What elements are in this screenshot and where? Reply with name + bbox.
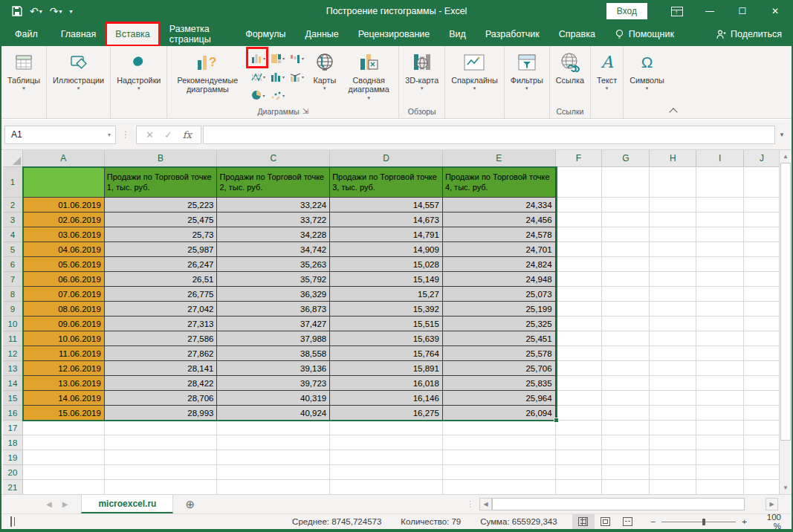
cell-empty[interactable]	[744, 302, 780, 317]
cell-empty[interactable]	[650, 450, 696, 465]
cell-empty[interactable]	[602, 361, 650, 376]
cell-empty[interactable]	[744, 331, 780, 346]
cell-empty[interactable]	[556, 450, 603, 465]
cell-series-header[interactable]: Продажи по Торговой точке 2, тыс. руб.	[217, 167, 330, 198]
cell-empty[interactable]	[744, 272, 780, 287]
cell-empty[interactable]	[696, 406, 744, 421]
cell-empty[interactable]	[650, 331, 696, 346]
column-header-H[interactable]: H	[650, 150, 696, 167]
cell-empty[interactable]	[105, 435, 218, 450]
cell-empty[interactable]	[602, 287, 650, 302]
cell-value[interactable]: 38,558	[217, 346, 330, 361]
tab-developer[interactable]: Разработчик	[476, 22, 549, 46]
cell-empty[interactable]	[602, 242, 650, 257]
cell-value[interactable]: 15,028	[330, 257, 443, 272]
next-sheet-icon[interactable]: ▶	[62, 500, 68, 508]
row-header-21[interactable]: 21	[3, 480, 23, 495]
cell-empty[interactable]	[696, 480, 744, 495]
cell-empty[interactable]	[23, 435, 105, 450]
sparklines-button[interactable]: Спарклайны ▾	[447, 48, 502, 106]
cell-empty[interactable]	[650, 287, 696, 302]
cell-empty[interactable]	[556, 317, 603, 331]
cell-value[interactable]: 25,578	[443, 346, 556, 361]
cell-series-header[interactable]: Продажи по Торговой точке 4, тыс. руб.	[443, 167, 556, 198]
cell-value[interactable]: 25,325	[443, 317, 556, 331]
cell-value[interactable]: 24,456	[443, 213, 556, 227]
cell-empty[interactable]	[602, 272, 650, 287]
row-header-1[interactable]: 1	[3, 167, 23, 198]
cell-value[interactable]: 16,146	[330, 391, 443, 406]
cell-value[interactable]: 15,891	[330, 361, 443, 376]
cell-empty[interactable]	[330, 480, 443, 495]
cell-value[interactable]: 28,706	[105, 391, 218, 406]
cell-series-header[interactable]: Продажи по Торговой точке 3, тыс. руб.	[330, 167, 443, 198]
cell-empty[interactable]	[696, 317, 744, 331]
cell-empty[interactable]	[556, 213, 603, 227]
cell-value[interactable]: 34,228	[217, 227, 330, 242]
cell-empty[interactable]	[217, 421, 330, 435]
cell-empty[interactable]	[330, 421, 443, 435]
column-header-J[interactable]: J	[744, 150, 780, 167]
cell-empty[interactable]	[105, 465, 218, 480]
cell-date[interactable]: 02.06.2019	[23, 213, 105, 227]
insert-combo-chart-button[interactable]: ▾	[287, 68, 306, 86]
sign-in-button[interactable]: Вход	[606, 3, 647, 19]
cell-empty[interactable]	[650, 406, 696, 421]
cell-value[interactable]: 33,722	[217, 213, 330, 227]
link-button[interactable]: Ссылка	[551, 48, 589, 106]
cell-value[interactable]: 40,319	[217, 391, 330, 406]
cell-empty[interactable]	[744, 480, 780, 495]
cell-empty[interactable]	[556, 272, 603, 287]
cell-value[interactable]: 39,723	[217, 376, 330, 391]
page-break-view-button[interactable]	[617, 514, 639, 530]
cell-empty[interactable]	[602, 227, 650, 242]
cell-value[interactable]: 24,578	[443, 227, 556, 242]
cell-empty[interactable]	[443, 450, 556, 465]
cell-empty[interactable]	[23, 465, 105, 480]
horizontal-scrollbar-thumb[interactable]	[492, 498, 745, 510]
cell-value[interactable]: 25,475	[105, 213, 218, 227]
cell-date[interactable]: 10.06.2019	[23, 331, 105, 346]
cell-empty[interactable]	[602, 480, 650, 495]
cell-empty[interactable]	[556, 227, 603, 242]
cell-empty[interactable]	[602, 421, 650, 435]
cell-empty[interactable]	[556, 242, 603, 257]
cell-empty[interactable]	[650, 302, 696, 317]
cell-value[interactable]: 24,824	[443, 257, 556, 272]
confirm-entry-icon[interactable]: ✓	[164, 129, 172, 140]
column-header-D[interactable]: D	[330, 150, 443, 167]
cell-empty[interactable]	[744, 421, 780, 435]
cell-empty[interactable]	[650, 198, 696, 213]
column-header-G[interactable]: G	[602, 150, 650, 167]
cell-value[interactable]: 28,141	[105, 361, 218, 376]
name-box[interactable]: A1 ▾	[4, 126, 116, 144]
cell-empty[interactable]	[602, 167, 650, 198]
cell-value[interactable]: 16,018	[330, 376, 443, 391]
cell-value[interactable]: 24,334	[443, 198, 556, 213]
tab-review[interactable]: Рецензирование	[349, 22, 440, 46]
cell-value[interactable]: 25,987	[105, 242, 218, 257]
cell-value[interactable]: 27,313	[105, 317, 218, 331]
pivot-chart-button[interactable]: Сводная диаграмма ▾	[340, 48, 397, 106]
insert-pie-chart-button[interactable]: ▾	[248, 86, 268, 105]
cell-empty[interactable]	[650, 167, 696, 198]
cell-empty[interactable]	[696, 421, 744, 435]
cell-empty[interactable]	[696, 213, 744, 227]
cell-empty[interactable]	[744, 213, 780, 227]
cell-empty[interactable]	[744, 242, 780, 257]
cell-value[interactable]: 36,873	[217, 302, 330, 317]
cell-empty[interactable]	[443, 421, 556, 435]
cell-empty[interactable]	[443, 465, 556, 480]
column-header-B[interactable]: B	[105, 150, 218, 167]
cell-value[interactable]: 25,73	[105, 227, 218, 242]
cell-empty[interactable]	[556, 346, 603, 361]
cell-empty[interactable]	[556, 361, 603, 376]
cell-series-header[interactable]: Продажи по Торговой точке 1, тыс. руб.	[105, 167, 218, 198]
cell-value[interactable]: 34,742	[217, 242, 330, 257]
expand-formula-bar-icon[interactable]: ▾	[775, 131, 789, 138]
cell-empty[interactable]	[650, 465, 696, 480]
cell-date[interactable]: 12.06.2019	[23, 361, 105, 376]
insert-treemap-chart-button[interactable]: ▾	[268, 49, 287, 68]
cell-empty[interactable]	[744, 361, 780, 376]
cell-empty[interactable]	[602, 391, 650, 406]
